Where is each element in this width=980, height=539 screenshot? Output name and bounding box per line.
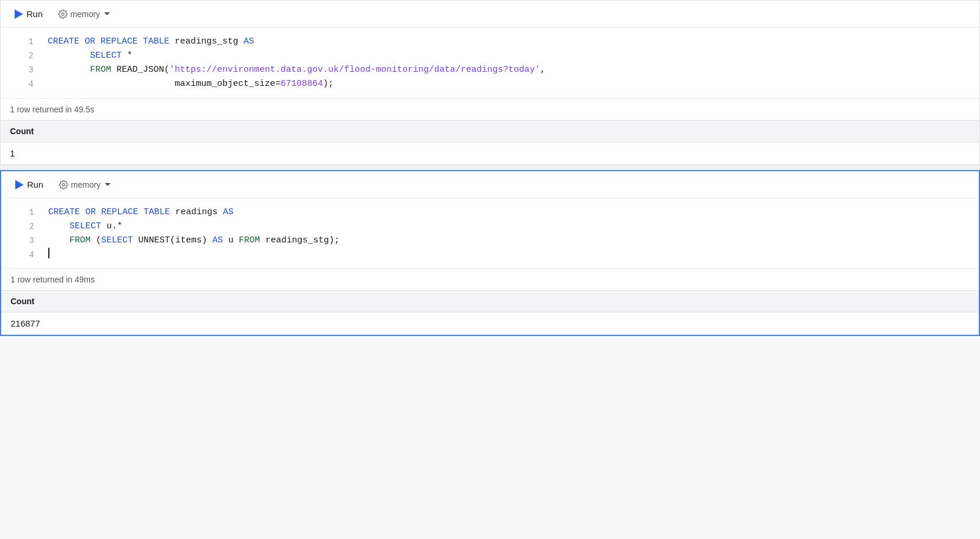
code-content: FROM READ_JSON('https://environment.data… <box>48 63 970 77</box>
code-line: 2 SELECT u.* <box>1 219 979 234</box>
code-editor[interactable]: 1 CREATE OR REPLACE TABLE readings_stg A… <box>1 28 979 98</box>
table-header: Count <box>1 291 979 312</box>
table-cell: 1 <box>1 142 979 165</box>
memory-label: memory <box>71 180 101 189</box>
line-number: 1 <box>10 35 34 48</box>
code-line: 4 maximum_object_size=67108864); <box>1 77 979 91</box>
result-table: Count 216877 <box>1 290 979 335</box>
code-content: CREATE OR REPLACE TABLE readings_stg AS <box>48 35 970 49</box>
run-label: Run <box>26 9 43 19</box>
cell-divider <box>0 165 980 170</box>
code-content: CREATE OR REPLACE TABLE readings AS <box>48 205 969 219</box>
table-cell: 216877 <box>1 312 979 335</box>
svg-point-1 <box>62 184 65 186</box>
line-number: 3 <box>11 234 34 247</box>
line-number: 2 <box>11 219 34 233</box>
play-icon <box>15 180 24 189</box>
code-content: maximum_object_size=67108864); <box>48 77 970 91</box>
code-editor[interactable]: 1 CREATE OR REPLACE TABLE readings AS 2 … <box>1 198 979 268</box>
code-line: 4 <box>1 248 979 261</box>
cell: Run memory 1 CREATE OR REPLACE TABLE rea… <box>0 0 980 165</box>
code-content: SELECT u.* <box>48 219 969 234</box>
line-number: 2 <box>10 49 34 62</box>
table-row: 216877 <box>1 312 979 335</box>
code-content: SELECT * <box>48 49 970 63</box>
chevron-down-icon <box>105 183 111 186</box>
result-table: Count 1 <box>1 120 979 165</box>
line-number: 1 <box>11 205 34 219</box>
run-label: Run <box>27 179 44 189</box>
run-button[interactable]: Run <box>11 177 48 192</box>
table-header: Count <box>1 121 979 142</box>
line-number: 3 <box>10 63 34 76</box>
code-line: 1 CREATE OR REPLACE TABLE readings_stg A… <box>1 35 979 49</box>
table-row: 1 <box>1 142 979 165</box>
cell-toolbar: Run memory <box>1 171 979 198</box>
line-number: 4 <box>11 248 34 261</box>
code-line: 3 FROM (SELECT UNNEST(items) AS u FROM r… <box>1 234 979 248</box>
text-cursor <box>48 248 49 258</box>
cell-toolbar: Run memory <box>1 1 979 28</box>
chevron-down-icon <box>104 12 110 15</box>
code-content: FROM (SELECT UNNEST(items) AS u FROM rea… <box>48 234 969 248</box>
play-icon <box>15 9 23 19</box>
line-number: 4 <box>10 77 34 91</box>
svg-point-0 <box>62 13 64 15</box>
cell: Run memory 1 CREATE OR REPLACE TABLE rea… <box>0 170 980 336</box>
result-summary: 1 row returned in 49.5s <box>1 98 979 120</box>
code-line: 1 CREATE OR REPLACE TABLE readings AS <box>1 205 979 219</box>
memory-dropdown[interactable]: memory <box>55 8 114 20</box>
memory-dropdown[interactable]: memory <box>55 179 115 191</box>
memory-label: memory <box>71 9 101 19</box>
code-content <box>48 248 969 258</box>
result-summary: 1 row returned in 49ms <box>1 268 979 290</box>
code-line: 2 SELECT * <box>1 49 979 63</box>
run-button[interactable]: Run <box>10 6 48 21</box>
code-line: 3 FROM READ_JSON('https://environment.da… <box>1 63 979 77</box>
